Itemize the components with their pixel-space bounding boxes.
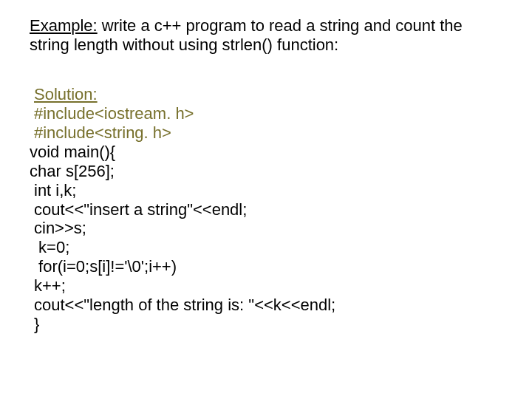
code-line: cout<<"length of the string is: "<<k<<en…: [30, 296, 505, 315]
example-label: Example:: [30, 16, 98, 35]
code-line: for(i=0;s[i]!='\0';i++): [30, 257, 505, 276]
code-line: int i,k;: [30, 181, 505, 200]
example-block: Example: write a c++ program to read a s…: [30, 16, 505, 55]
code-line: k=0;: [30, 238, 505, 257]
slide: Example: write a c++ program to read a s…: [0, 0, 532, 399]
code-line: #include<iostream. h>: [30, 104, 505, 123]
code-line: }: [30, 315, 505, 334]
solution-label: Solution:: [34, 85, 98, 103]
code-line: char s[256];: [30, 162, 505, 181]
code-line: k++;: [30, 276, 505, 296]
solution-block: Solution: #include<iostream. h> #include…: [30, 85, 505, 334]
code-line: void main(){: [30, 143, 505, 162]
code-line: cin>>s;: [30, 219, 505, 238]
code-line: #include<string. h>: [30, 123, 505, 143]
code-line: cout<<"insert a string"<<endl;: [30, 200, 505, 219]
